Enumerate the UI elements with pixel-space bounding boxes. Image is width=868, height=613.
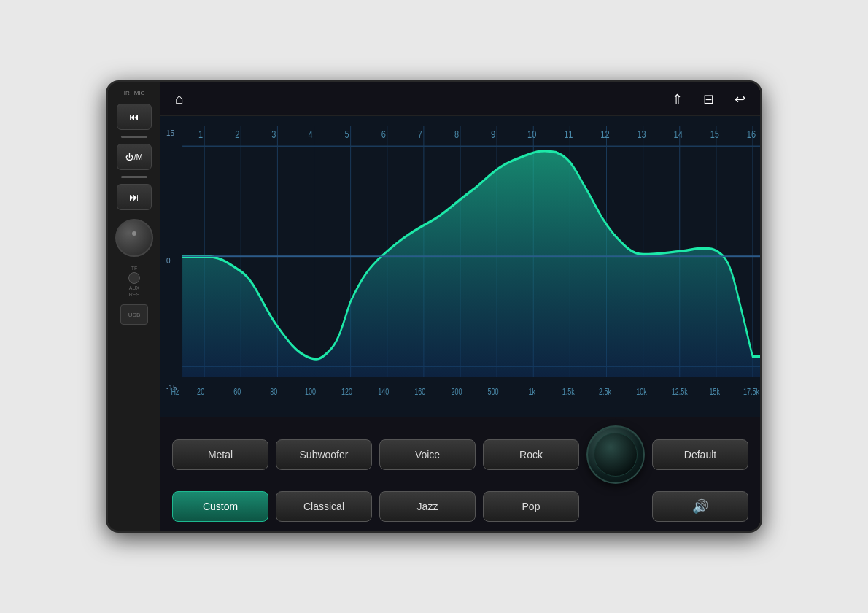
aux-label: AUX: [129, 285, 139, 290]
left-panel: IR MIC ⏮ ⏻/M ⏭ TF AUX RES USB: [108, 82, 160, 531]
svg-text:160: 160: [414, 386, 425, 396]
voice-button[interactable]: Voice: [379, 439, 476, 470]
svg-text:15k: 15k: [710, 386, 721, 396]
eq-svg: 1 2 3 4 5 6 7 8 9 10 11 12 13 14 15 16 H…: [160, 116, 760, 417]
usb-port: USB: [120, 304, 148, 325]
home-icon[interactable]: ⌂: [175, 90, 184, 107]
svg-text:1: 1: [198, 128, 203, 141]
tf-port: [128, 272, 140, 284]
svg-text:11: 11: [564, 128, 573, 141]
y-label-0: 0: [166, 257, 177, 265]
volume-knob-inner: [594, 433, 638, 477]
device-body: IR MIC ⏮ ⏻/M ⏭ TF AUX RES USB ⌂: [106, 80, 762, 533]
next-button[interactable]: ⏭: [117, 184, 152, 210]
svg-text:14: 14: [674, 128, 683, 141]
svg-text:2.5k: 2.5k: [599, 386, 612, 396]
up-icon[interactable]: ⇑: [672, 91, 683, 107]
knob-dot: [132, 231, 136, 236]
jazz-button[interactable]: Jazz: [379, 491, 476, 522]
svg-text:12.5k: 12.5k: [672, 386, 689, 396]
svg-text:80: 80: [270, 386, 277, 396]
svg-text:8: 8: [454, 128, 459, 141]
eq-volume-knob[interactable]: [586, 425, 645, 484]
custom-button[interactable]: Custom: [172, 491, 268, 522]
screen-area: ⌂ ⇑ ⊟ ↩ 15 0 -15: [160, 82, 760, 531]
ir-label: IR: [124, 90, 130, 96]
eq-graph-area: 15 0 -15: [160, 116, 760, 417]
svg-text:3: 3: [271, 128, 276, 141]
next-icon: ⏭: [129, 191, 139, 203]
svg-text:4: 4: [308, 128, 312, 141]
svg-text:5: 5: [345, 128, 349, 141]
res-label: RES: [129, 292, 139, 297]
svg-text:10: 10: [527, 128, 536, 141]
bottom-buttons: Metal Subwoofer Voice Rock Default: [160, 417, 760, 531]
speaker-icon: 🔊: [692, 498, 708, 514]
svg-text:200: 200: [451, 386, 462, 396]
mic-label: MIC: [134, 90, 145, 96]
svg-text:7: 7: [418, 128, 422, 141]
power-icon: ⏻/M: [125, 153, 142, 161]
tf-label: TF: [131, 266, 138, 271]
power-button[interactable]: ⏻/M: [117, 144, 152, 170]
ir-mic-row: IR MIC: [124, 90, 145, 96]
y-label-15: 15: [166, 129, 177, 137]
default-button[interactable]: Default: [652, 439, 748, 470]
preset-row-2: Custom Classical Jazz Pop 🔊: [172, 491, 748, 522]
prev-button[interactable]: ⏮: [117, 104, 152, 130]
top-bar: ⌂ ⇑ ⊟ ↩: [160, 82, 760, 116]
svg-text:500: 500: [488, 386, 499, 396]
slider-1: [121, 136, 147, 138]
pop-button[interactable]: Pop: [483, 491, 579, 522]
svg-text:12: 12: [600, 128, 609, 141]
svg-text:1.5k: 1.5k: [562, 386, 576, 396]
svg-text:20: 20: [197, 386, 204, 396]
svg-text:140: 140: [378, 386, 389, 396]
tf-aux-res-area: TF AUX RES: [128, 266, 140, 297]
svg-text:6: 6: [381, 128, 386, 141]
speaker-button[interactable]: 🔊: [652, 491, 748, 522]
subwoofer-button[interactable]: Subwoofer: [276, 439, 372, 470]
y-label-minus15: -15: [166, 384, 177, 392]
svg-text:100: 100: [305, 386, 316, 396]
svg-text:13: 13: [637, 128, 646, 141]
usb-label: USB: [128, 312, 140, 318]
svg-text:1k: 1k: [528, 386, 535, 396]
svg-text:60: 60: [233, 386, 241, 396]
metal-button[interactable]: Metal: [172, 439, 268, 470]
rock-button[interactable]: Rock: [483, 439, 579, 470]
svg-text:17.5k: 17.5k: [743, 386, 760, 396]
svg-text:2: 2: [235, 128, 239, 141]
volume-knob-left[interactable]: [115, 219, 153, 257]
svg-text:9: 9: [491, 128, 495, 141]
y-axis-labels: 15 0 -15: [166, 116, 177, 417]
classical-button[interactable]: Classical: [276, 491, 372, 522]
svg-text:120: 120: [341, 386, 352, 396]
nav-icons: ⇑ ⊟ ↩: [672, 91, 745, 107]
prev-icon: ⏮: [129, 111, 139, 123]
svg-text:16: 16: [747, 128, 756, 141]
window-icon[interactable]: ⊟: [703, 91, 714, 107]
slider-2: [121, 176, 147, 178]
svg-text:10k: 10k: [636, 386, 647, 396]
back-icon[interactable]: ↩: [735, 91, 745, 107]
svg-text:15: 15: [710, 128, 719, 141]
preset-row-1: Metal Subwoofer Voice Rock Default: [172, 425, 748, 484]
